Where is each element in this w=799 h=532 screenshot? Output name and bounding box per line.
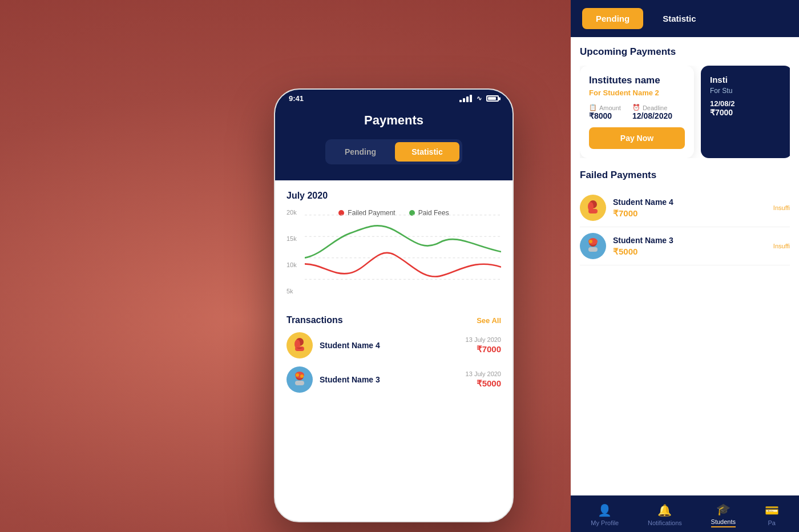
partial-amount: ₹7000 [710,108,783,117]
failed-item-1: Student Name 4 ₹7000 Insuffi [580,189,790,227]
phone-mockup: 9:41 ∿ Payments Pending Statistic July [274,88,514,522]
nav-notifications[interactable]: 🔔 Notifications [648,503,682,526]
status-bar: 9:41 ∿ [275,90,513,107]
upcoming-card-1: Institutes name For Student Name 2 📋 Amo… [580,66,694,158]
avatar-failed-4 [580,195,606,221]
transaction-name-3: Student Name 3 [320,375,459,384]
upcoming-details-1: 📋 Amount ₹8000 ⏰ Deadline 12/08/2020 [589,104,685,120]
failed-amount-4: ₹7000 [613,208,766,219]
right-tab-statistic[interactable]: Statistic [649,8,709,29]
time-display: 9:41 [289,94,304,103]
partial-date: 12/08/2 [710,99,783,108]
svg-point-11 [300,374,304,378]
phone-header: Payments Pending Statistic [275,107,513,180]
svg-point-17 [589,240,592,243]
avatar-student4 [286,332,313,358]
y-label-5k: 5k [286,288,297,295]
page-title: Payments [286,113,501,128]
right-tab-pending[interactable]: Pending [582,8,643,29]
phone-content: July 2020 20k 15k 10k 5k [275,180,513,509]
avatar-icon-yellow [289,335,310,356]
avatar-student3 [286,366,313,393]
tab-pending[interactable]: Pending [328,142,393,162]
upcoming-cards: Institutes name For Student Name 2 📋 Amo… [580,66,790,158]
right-panel: Pending Statistic Upcoming Payments Inst… [571,0,799,532]
transaction-name-4: Student Name 4 [320,341,459,350]
deadline-label: ⏰ Deadline [632,104,672,111]
students-icon: 🎓 [716,502,731,516]
tab-switcher: Pending Statistic [325,139,462,164]
chart-area: 20k 15k 10k 5k [286,209,501,306]
avatar-failed-icon-3 [583,236,603,256]
nav-my-profile[interactable]: 👤 My Profile [591,503,619,526]
failed-name-4: Student Name 4 [613,198,766,207]
institute-name-1: Institutes name [589,75,685,86]
partial-student: For Stu [710,87,783,95]
nav-payments[interactable]: 💳 Pa [765,503,779,526]
profile-icon: 👤 [598,503,612,517]
battery-icon [486,95,499,102]
failed-name-3: Student Name 3 [613,236,766,245]
amount-section: 📋 Amount ₹8000 [589,104,621,120]
payments-icon: 💳 [765,503,779,517]
nav-students-label: Students [711,518,736,527]
transaction-item-2: Student Name 3 13 July 2020 ₹5000 [286,366,501,393]
transaction-date-3: 13 July 2020 [466,370,501,377]
transaction-amount-4: ₹7000 [466,344,501,354]
svg-rect-14 [588,209,598,213]
y-label-20k: 20k [286,209,297,216]
bottom-nav: 👤 My Profile 🔔 Notifications 🎓 Students … [571,495,799,532]
right-content: Upcoming Payments Institutes name For St… [571,37,799,495]
amount-icon: 📋 [589,104,597,111]
chart-y-labels: 20k 15k 10k 5k [286,209,297,295]
student-name-1: For Student Name 2 [589,88,685,97]
transaction-right-4: 13 July 2020 ₹7000 [466,336,501,354]
amount-label: 📋 Amount [589,104,621,111]
transaction-item: Student Name 4 13 July 2020 ₹7000 [286,332,501,358]
failed-amount-3: ₹5000 [613,247,766,257]
partial-institute: Insti [710,75,783,84]
deadline-value: 12/08/2020 [632,111,672,120]
svg-rect-18 [588,247,598,252]
failed-right-4: Insuffi [773,204,790,211]
failed-reason-3: Insuffi [773,243,790,249]
svg-point-9 [296,373,299,377]
failed-item-2: Student Name 3 ₹5000 Insuffi [580,227,790,265]
failed-info-4: Student Name 4 ₹7000 [613,198,766,219]
chart-svg-wrap [305,209,501,295]
nav-students[interactable]: 🎓 Students [711,502,736,527]
right-header: Pending Statistic [571,0,799,37]
transactions-header: Transactions See All [286,315,501,325]
transactions-title: Transactions [286,315,343,325]
failed-info-3: Student Name 3 ₹5000 [613,236,766,257]
transaction-amount-3: ₹5000 [466,378,501,389]
phone-frame: 9:41 ∿ Payments Pending Statistic July [274,88,514,522]
notifications-icon: 🔔 [657,503,672,517]
tab-statistic[interactable]: Statistic [395,142,459,162]
signal-icon [459,95,472,102]
upcoming-card-2: Insti For Stu 12/08/2 ₹7000 [701,66,790,158]
status-icons: ∿ [459,95,499,102]
transaction-info-4: Student Name 4 [320,341,459,350]
transaction-info-3: Student Name 3 [320,375,459,384]
amount-value: ₹8000 [589,111,621,120]
pay-now-button[interactable]: Pay Now [589,127,685,149]
failed-payments-title: Failed Payments [580,170,790,181]
wifi-icon: ∿ [477,95,482,102]
deadline-icon: ⏰ [632,104,640,111]
svg-rect-10 [295,381,304,385]
transaction-right-3: 13 July 2020 ₹5000 [466,370,501,389]
see-all-link[interactable]: See All [477,316,501,325]
failed-reason-4: Insuffi [773,204,790,211]
avatar-failed-3 [580,233,606,259]
chart-svg [305,209,501,295]
avatar-icon-blue [289,369,310,390]
failed-right-3: Insuffi [773,243,790,249]
nav-payments-label: Pa [768,519,775,526]
y-label-10k: 10k [286,261,297,268]
deadline-section: ⏰ Deadline 12/08/2020 [632,104,672,120]
nav-profile-label: My Profile [591,519,619,526]
chart-title: July 2020 [286,191,501,201]
nav-notifications-label: Notifications [648,519,682,526]
transaction-date-4: 13 July 2020 [466,336,501,343]
